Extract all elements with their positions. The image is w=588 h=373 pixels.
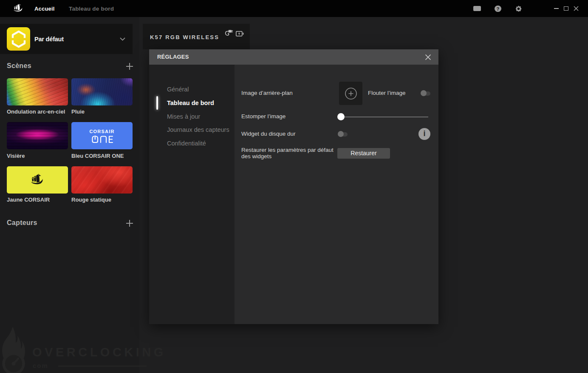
svg-text:CORSAIR: CORSAIR xyxy=(89,129,114,134)
svg-text:OVERCLOCKING: OVERCLOCKING xyxy=(32,345,166,359)
svg-text:com: com xyxy=(33,362,48,369)
